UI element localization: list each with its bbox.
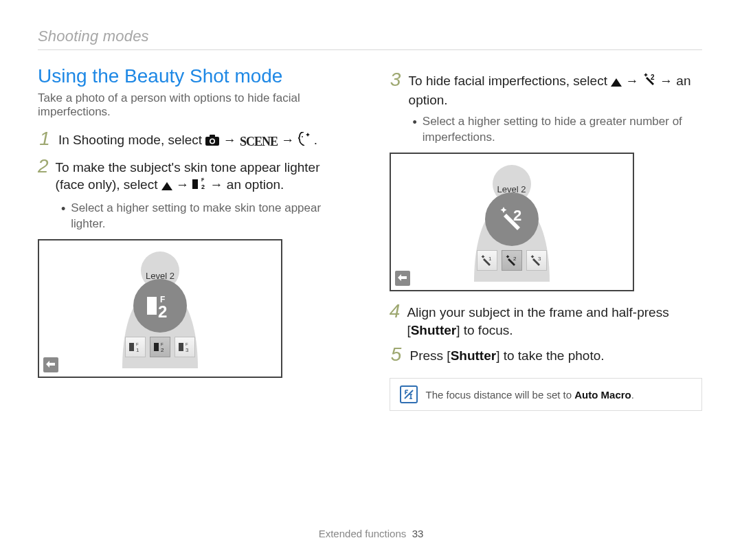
option-row: 1 2 3	[477, 250, 547, 271]
svg-text:2: 2	[513, 256, 517, 262]
note-box: The focus distance will be set to Auto M…	[390, 378, 703, 411]
step-number: 5	[390, 344, 403, 366]
svg-text:1: 1	[136, 347, 139, 352]
arrow-text: →	[625, 74, 642, 88]
svg-text:2: 2	[513, 207, 521, 224]
text: To hide facial imperfections, select	[409, 74, 611, 88]
option-row: F1 F2 F3	[125, 337, 195, 357]
svg-text:3: 3	[186, 347, 189, 352]
text: The focus distance will be set to	[426, 389, 575, 401]
bullet-text: Select a higher setting to hide a greate…	[423, 114, 702, 146]
section-label: Shooting modes	[38, 27, 702, 45]
step-body: To make the subject's skin tone appear l…	[56, 156, 351, 195]
level-label: Level 2	[146, 271, 175, 281]
svg-text:2: 2	[158, 302, 167, 320]
arrow-text: →	[281, 133, 297, 147]
svg-rect-18	[179, 343, 183, 351]
right-column: 3 To hide facial imperfections, select →…	[390, 65, 703, 411]
back-button[interactable]	[43, 357, 58, 372]
text: .	[314, 133, 317, 147]
text: ] to take the photo.	[496, 348, 604, 363]
svg-text:F: F	[201, 178, 205, 182]
svg-rect-12	[129, 343, 134, 351]
bold-text: Shutter	[411, 323, 457, 337]
svg-rect-1	[210, 135, 215, 137]
svg-text:2: 2	[651, 74, 655, 81]
arrow-text: →	[223, 133, 240, 147]
step-3: 3 To hide facial imperfections, select →…	[390, 69, 703, 109]
camera-icon	[205, 133, 219, 150]
up-triangle-icon	[611, 74, 622, 91]
step-body: Press [Shutter] to take the photo.	[410, 344, 605, 366]
page-footer: Extended functions 33	[0, 528, 742, 539]
bold-text: Auto Macro	[574, 389, 631, 401]
selection-circle-icon: F 2	[133, 279, 187, 333]
screenshot-retouch: Level 2 2 1 2 3	[390, 153, 634, 291]
note-text: The focus distance will be set to Auto M…	[426, 389, 634, 401]
back-button[interactable]	[395, 271, 410, 286]
note-icon	[400, 385, 418, 403]
level-label: Level 2	[497, 184, 526, 194]
step-body: In Shooting mode, select → SCENE → .	[58, 128, 317, 150]
svg-text:2: 2	[161, 347, 164, 352]
svg-text:2: 2	[201, 183, 205, 190]
face-tone-option-3[interactable]: F3	[175, 337, 195, 357]
step-body: Align your subject in the frame and half…	[407, 301, 702, 339]
step-number: 4	[390, 301, 401, 339]
svg-text:F: F	[136, 342, 139, 346]
face-tone-option-1[interactable]: F1	[125, 337, 146, 357]
step-number: 1	[38, 128, 52, 150]
selection-circle-icon: 2	[485, 192, 539, 246]
scene-icon: SCENE	[240, 133, 278, 150]
text: .	[631, 389, 634, 401]
step-2: 2 To make the subject's skin tone appear…	[38, 156, 351, 195]
retouch-option-3[interactable]: 3	[526, 250, 547, 271]
step-4: 4 Align your subject in the frame and ha…	[390, 301, 703, 339]
svg-rect-9	[147, 297, 157, 315]
lead-text: Take a photo of a person with options to…	[38, 91, 351, 119]
step-1: 1 In Shooting mode, select → SCENE → .	[38, 128, 351, 150]
svg-text:F: F	[161, 342, 164, 346]
two-column-layout: Using the Beauty Shot mode Take a photo …	[38, 65, 702, 411]
face-tone-icon: F2	[192, 177, 206, 195]
step-body: To hide facial imperfections, select → 2…	[409, 69, 702, 109]
svg-text:1: 1	[488, 256, 492, 262]
footer-label: Extended functions	[319, 528, 407, 539]
bold-text: Shutter	[451, 348, 497, 363]
retouch-option-1[interactable]: 1	[477, 250, 497, 271]
text: In Shooting mode, select	[58, 133, 205, 147]
page-title: Using the Beauty Shot mode	[38, 65, 351, 87]
divider	[38, 49, 702, 50]
bullet-icon	[61, 201, 65, 232]
bullet-text: Select a higher setting to make skin ton…	[71, 201, 350, 232]
step-2-bullet: Select a higher setting to make skin ton…	[61, 201, 351, 232]
retouch-icon: 2	[642, 73, 656, 91]
svg-text:F: F	[186, 342, 188, 346]
svg-rect-5	[192, 179, 198, 189]
up-triangle-icon	[161, 177, 172, 195]
retouch-option-2[interactable]: 2	[502, 250, 522, 271]
step-number: 3	[390, 69, 402, 109]
text: → an option.	[210, 177, 284, 192]
beauty-shot-icon	[298, 132, 311, 150]
svg-rect-15	[154, 343, 159, 351]
step-number: 2	[38, 156, 49, 195]
svg-point-3	[211, 139, 214, 143]
left-column: Using the Beauty Shot mode Take a photo …	[38, 65, 351, 411]
text: ] to focus.	[456, 323, 513, 337]
page-number: 33	[412, 528, 424, 539]
screenshot-face-tone: Level 2 F 2 F1 F2 F3	[38, 239, 282, 378]
step-5: 5 Press [Shutter] to take the photo.	[390, 344, 703, 366]
svg-point-4	[302, 136, 303, 137]
svg-text:3: 3	[538, 256, 541, 262]
face-tone-option-2[interactable]: F2	[150, 337, 170, 357]
step-3-bullet: Select a higher setting to hide a greate…	[413, 114, 703, 146]
arrow-text: →	[176, 177, 192, 192]
bullet-icon	[413, 114, 417, 146]
text: Press [	[410, 348, 451, 363]
